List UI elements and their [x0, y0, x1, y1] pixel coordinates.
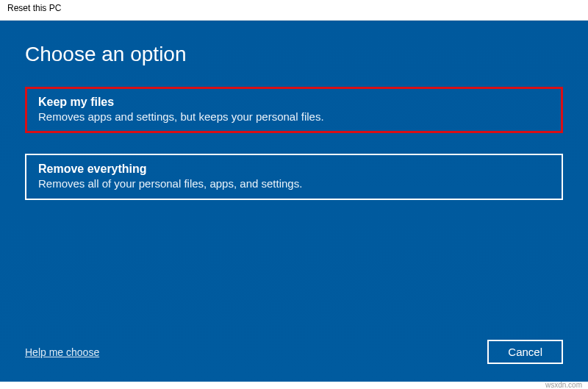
- option-keep-my-files[interactable]: Keep my files Removes apps and settings,…: [25, 87, 563, 133]
- window-title: Reset this PC: [7, 3, 61, 13]
- dialog-footer: Help me choose Cancel: [25, 340, 563, 367]
- cancel-button[interactable]: Cancel: [487, 340, 563, 364]
- reset-dialog: Choose an option Keep my files Removes a…: [0, 21, 588, 382]
- option-title: Remove everything: [38, 163, 550, 176]
- option-description: Removes all of your personal files, apps…: [38, 177, 550, 190]
- dialog-heading: Choose an option: [25, 43, 563, 66]
- option-remove-everything[interactable]: Remove everything Removes all of your pe…: [25, 154, 563, 200]
- window-title-bar: Reset this PC: [0, 0, 588, 21]
- watermark: wsxdn.com: [545, 381, 582, 389]
- help-me-choose-link[interactable]: Help me choose: [25, 346, 99, 358]
- option-description: Removes apps and settings, but keeps you…: [38, 110, 550, 123]
- option-title: Keep my files: [38, 96, 550, 109]
